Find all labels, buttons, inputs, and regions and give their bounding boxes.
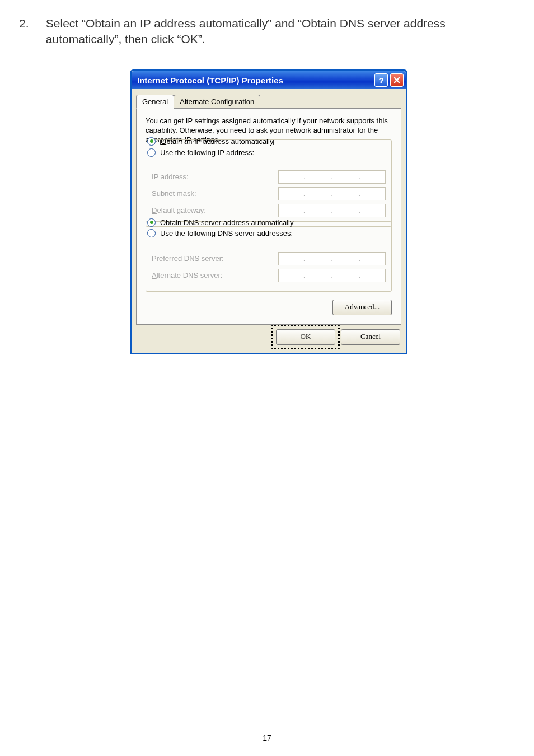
radio-use-following-ip[interactable]: Use the following IP address: — [147, 148, 391, 157]
close-button[interactable] — [390, 73, 404, 87]
alternate-dns-input: ... — [278, 269, 386, 282]
general-panel: You can get IP settings assigned automat… — [136, 108, 401, 325]
subnet-mask-input: ... — [278, 187, 386, 200]
help-button[interactable]: ? — [374, 73, 388, 87]
radio-icon — [147, 229, 156, 237]
page-number: 17 — [0, 734, 534, 743]
tcpip-properties-dialog: Internet Protocol (TCP/IP) Properties ? … — [130, 69, 407, 354]
radio-obtain-ip-auto[interactable]: Obtain an IP address automatically — [147, 137, 391, 146]
window-title: Internet Protocol (TCP/IP) Properties — [137, 76, 283, 85]
field-default-gateway: Default gateway: ... — [152, 204, 386, 217]
tab-general[interactable]: General — [136, 95, 174, 109]
radio-dot-icon — [147, 218, 156, 227]
radio-icon — [147, 148, 156, 157]
default-gateway-input: ... — [278, 204, 386, 217]
close-icon — [394, 76, 400, 85]
tab-strip: General Alternate Configuration — [132, 89, 406, 108]
radio-use-following-dns[interactable]: Use the following DNS server addresses: — [147, 229, 391, 237]
field-ip-address: IP address: ... — [152, 170, 386, 184]
radio-obtain-dns-auto[interactable]: Obtain DNS server address automatically — [147, 218, 391, 227]
tab-alternate-configuration[interactable]: Alternate Configuration — [174, 95, 260, 108]
cancel-button[interactable]: Cancel — [341, 329, 400, 345]
radio-label: Use the following DNS server addresses: — [160, 229, 293, 237]
field-subnet-mask: Subnet mask: ... — [152, 187, 386, 200]
title-bar: Internet Protocol (TCP/IP) Properties ? — [132, 71, 406, 89]
dns-group: Obtain DNS server address automatically … — [146, 221, 392, 292]
instruction-text: Select “Obtain an IP address automatical… — [46, 16, 505, 48]
preferred-dns-input: ... — [278, 252, 386, 265]
radio-dot-icon — [147, 137, 156, 146]
field-alternate-dns: Alternate DNS server: ... — [152, 269, 386, 282]
field-preferred-dns: Preferred DNS server: ... — [152, 252, 386, 265]
list-number: 2. — [19, 16, 43, 31]
radio-label: Obtain DNS server address automatically — [160, 218, 293, 227]
ok-button[interactable]: OK — [276, 329, 335, 345]
radio-label: Use the following IP address: — [160, 148, 254, 157]
ip-group: Obtain an IP address automatically Use t… — [146, 139, 392, 227]
advanced-button[interactable]: Advanced... — [332, 300, 392, 315]
radio-label: Obtain an IP address automatically — [160, 137, 274, 146]
ip-address-input: ... — [278, 170, 386, 184]
